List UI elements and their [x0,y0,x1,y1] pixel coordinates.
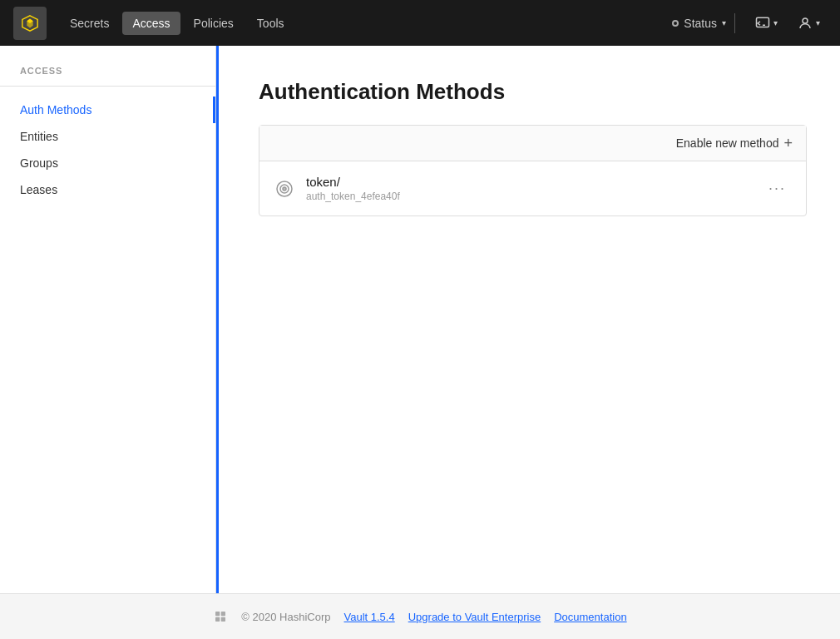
method-actions-button[interactable]: ··· [762,176,793,201]
sidebar-item-entities[interactable]: Entities [0,123,215,150]
enable-new-method-button[interactable]: Enable new method + [676,136,793,151]
hashicorp-logo [213,609,228,624]
enable-plus-icon: + [783,136,793,151]
sidebar-item-auth-methods[interactable]: Auth Methods [0,97,215,123]
page-title: Authentication Methods [259,79,807,105]
nav-secrets[interactable]: Secrets [60,12,119,35]
sidebar-divider [0,86,215,87]
status-label: Status [684,17,717,30]
status-button[interactable]: Status ▾ [664,13,735,33]
sidebar-leases-label: Leases [20,183,57,196]
svg-rect-12 [221,617,225,622]
sidebar-auth-methods-label: Auth Methods [20,103,91,116]
auth-methods-card: Enable new method + token/ auth_token_4e… [259,125,807,216]
sidebar-section-label: Access [0,66,215,86]
status-chevron-icon: ▾ [722,18,726,27]
svg-point-8 [283,187,286,191]
method-row-token: token/ auth_token_4efea40f ··· [259,161,806,215]
terminal-button[interactable]: ▾ [749,12,784,34]
method-sub-token: auth_token_4efea40f [306,191,762,202]
method-info-token: token/ auth_token_4efea40f [306,175,762,202]
footer-copyright: © 2020 HashiCorp [241,611,330,623]
upgrade-link[interactable]: Upgrade to Vault Enterprise [408,611,541,623]
status-dot-icon [672,20,679,27]
main-content: Authentication Methods Enable new method… [219,46,840,593]
main-layout: Access Auth Methods Entities Groups Leas… [0,46,840,593]
method-name-token: token/ [306,175,762,189]
token-icon [273,177,296,201]
nav-tools[interactable]: Tools [247,12,294,35]
svg-rect-10 [221,612,225,616]
terminal-chevron-icon: ▾ [773,18,778,27]
user-menu-button[interactable]: ▾ [791,12,827,34]
enable-new-method-label: Enable new method [676,136,779,150]
sidebar: Access Auth Methods Entities Groups Leas… [0,46,216,593]
nav-access[interactable]: Access [122,12,180,35]
svg-rect-11 [215,617,220,622]
svg-rect-9 [215,612,220,616]
footer: © 2020 HashiCorp Vault 1.5.4 Upgrade to … [0,593,840,639]
sidebar-groups-label: Groups [20,156,58,170]
vault-version-link[interactable]: Vault 1.5.4 [344,611,395,623]
topnav-right: Status ▾ ▾ ▾ [664,12,827,34]
svg-point-5 [803,18,808,23]
nav-links: Secrets Access Policies Tools [60,12,664,35]
sidebar-item-leases[interactable]: Leases [0,176,215,203]
sidebar-item-groups[interactable]: Groups [0,150,215,176]
documentation-link[interactable]: Documentation [554,611,626,623]
sidebar-entities-label: Entities [20,130,58,143]
top-navigation: Secrets Access Policies Tools Status ▾ ▾… [0,0,840,46]
methods-toolbar: Enable new method + [259,126,806,161]
user-chevron-icon: ▾ [816,18,820,27]
nav-policies[interactable]: Policies [184,12,244,35]
vault-logo[interactable] [13,7,47,40]
